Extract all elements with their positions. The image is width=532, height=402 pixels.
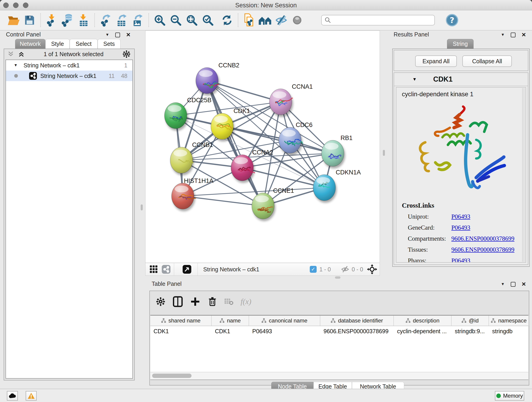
panel-collapse-icon[interactable]: ▼	[105, 32, 109, 37]
panel-close-icon[interactable]: ✕	[126, 32, 131, 38]
node-CDC25B[interactable]	[165, 102, 187, 128]
right-divider-handle[interactable]	[383, 150, 385, 156]
zoom-fit-button[interactable]	[184, 12, 200, 28]
column-header-database-identifier[interactable]: database identifier	[320, 316, 394, 326]
add-column-icon[interactable]	[190, 297, 200, 307]
gene-header[interactable]: ▼ CDK1	[394, 73, 528, 86]
node-CDKN1A[interactable]	[313, 175, 336, 201]
expand-all-button[interactable]: Expand All	[415, 56, 457, 67]
node-CCNA1[interactable]	[269, 89, 293, 115]
cell[interactable]: cyclin-dependent ...	[394, 326, 452, 336]
pan-crosshair-icon[interactable]	[367, 264, 377, 274]
zoom-out-button[interactable]	[168, 12, 184, 28]
node-label-CCNA1: CCNA1	[292, 83, 313, 90]
column-header-description[interactable]: description	[394, 316, 452, 326]
cell[interactable]: stringdb:9...	[452, 326, 489, 336]
crosslink-link[interactable]: P06493	[451, 257, 470, 263]
show-columns-icon[interactable]	[173, 296, 183, 307]
node-CCNB2[interactable]	[196, 68, 218, 94]
open-session-button[interactable]	[6, 12, 22, 28]
collapse-all-button[interactable]: Collapse All	[462, 56, 512, 67]
string-style-icon[interactable]	[162, 265, 171, 274]
network-collection-row[interactable]: ▼ String Network – cdk1 1	[6, 60, 133, 70]
sphere-icon	[291, 14, 303, 26]
panel-collapse-icon[interactable]: ▼	[501, 32, 505, 37]
panel-float-icon[interactable]	[511, 32, 515, 37]
results-scrollbar[interactable]	[522, 88, 525, 262]
expand-all-networks-icon[interactable]	[18, 51, 25, 57]
hide-unhide-button[interactable]	[273, 12, 289, 28]
hidden-elements-icon[interactable]	[341, 265, 349, 273]
memory-button[interactable]: Memory	[495, 391, 524, 401]
refresh-layout-button[interactable]	[219, 12, 235, 28]
import-network-database-button[interactable]	[60, 12, 76, 28]
export-table-icon	[115, 14, 128, 27]
cloud-icon	[8, 393, 16, 399]
import-table-button[interactable]	[76, 12, 92, 28]
crosslink-link[interactable]: P06493	[451, 224, 470, 231]
network-row-selected[interactable]: String Network – cdk1 11 48	[6, 70, 133, 81]
column-header-shared-name[interactable]: shared name	[150, 316, 212, 326]
cell[interactable]: CDK1	[150, 326, 212, 336]
cell[interactable]: 9606.ENSP00000378699	[320, 326, 394, 336]
panel-close-icon[interactable]: ✕	[521, 281, 526, 287]
tab-select[interactable]: Select	[70, 39, 98, 49]
column-header--id[interactable]: @id	[452, 316, 489, 326]
table-row[interactable]: CDK1CDK1P064939606.ENSP00000378699cyclin…	[150, 326, 528, 336]
table-hscrollbar-thumb[interactable]	[152, 374, 191, 378]
show-graphics-details-button[interactable]	[289, 12, 305, 28]
gene-collapse-icon[interactable]: ▼	[412, 77, 417, 82]
node-HIST1H1A[interactable]	[172, 183, 196, 209]
cell[interactable]: CDK1	[212, 326, 249, 336]
zoom-in-button[interactable]	[152, 12, 168, 28]
table-options-gear-icon[interactable]	[156, 297, 165, 306]
tab-style[interactable]: Style	[45, 39, 70, 49]
node-RB1[interactable]	[322, 140, 344, 166]
cell[interactable]: P06493	[249, 326, 320, 336]
delete-column-icon[interactable]	[208, 296, 217, 307]
duplicate-network-icon	[243, 13, 255, 27]
clone-network-button[interactable]	[241, 12, 257, 28]
selected-nodes-checkbox[interactable]: ✓	[310, 266, 317, 273]
crosslink-row: Tissues:9606.ENSP00000378699	[408, 246, 522, 253]
cell[interactable]: stringdb	[489, 326, 529, 336]
panel-collapse-icon[interactable]: ▼	[501, 282, 505, 287]
network-canvas[interactable]: CCNB2CCNA1CDC25BCDK1CDC6RB1CCNB1CCNA2CDK…	[145, 31, 380, 263]
table-hscrollbar[interactable]	[150, 372, 528, 380]
crosslink-link[interactable]: P06493	[451, 213, 470, 220]
tab-network[interactable]: Network	[15, 39, 45, 49]
left-divider-handle[interactable]	[141, 204, 143, 211]
node-CDC6[interactable]	[279, 127, 303, 153]
export-table-button[interactable]	[114, 12, 130, 28]
import-network-file-button[interactable]	[44, 12, 60, 28]
home-button[interactable]	[257, 12, 273, 28]
zoom-selected-button[interactable]	[200, 12, 216, 28]
panel-close-icon[interactable]: ✕	[521, 32, 526, 38]
help-button[interactable]: ?	[444, 12, 460, 28]
crosslink-link[interactable]: 9606.ENSP00000378699	[451, 246, 514, 253]
cloud-status-button[interactable]	[7, 391, 18, 401]
export-network-button[interactable]	[98, 12, 114, 28]
node-CCNB1[interactable]	[170, 147, 193, 173]
collapse-all-networks-icon[interactable]	[7, 51, 14, 57]
column-type-icon	[405, 318, 411, 323]
node-CDK1[interactable]	[211, 113, 233, 139]
crosslink-link[interactable]: 9606.ENSP00000378699	[451, 235, 514, 242]
column-header-namespace[interactable]: namespace	[489, 316, 529, 326]
warning-status-button[interactable]	[26, 391, 37, 401]
column-header-name[interactable]: name	[212, 316, 249, 326]
birds-eye-view-icon[interactable]	[149, 265, 158, 274]
node-CCNE1[interactable]	[252, 193, 274, 219]
tab-string[interactable]: String	[447, 39, 474, 49]
save-session-button[interactable]	[22, 12, 38, 28]
column-header-canonical-name[interactable]: canonical name	[249, 316, 320, 326]
network-options-gear-icon[interactable]	[122, 50, 131, 58]
tab-sets[interactable]: Sets	[98, 39, 120, 49]
export-image-button[interactable]	[130, 12, 146, 28]
node-CCNA2[interactable]	[231, 155, 254, 181]
open-in-browser-icon[interactable]	[182, 265, 191, 274]
panel-float-icon[interactable]	[511, 282, 515, 287]
search-input[interactable]	[334, 17, 432, 24]
tree-expand-icon[interactable]: ▼	[14, 63, 18, 68]
panel-float-icon[interactable]	[115, 32, 120, 37]
